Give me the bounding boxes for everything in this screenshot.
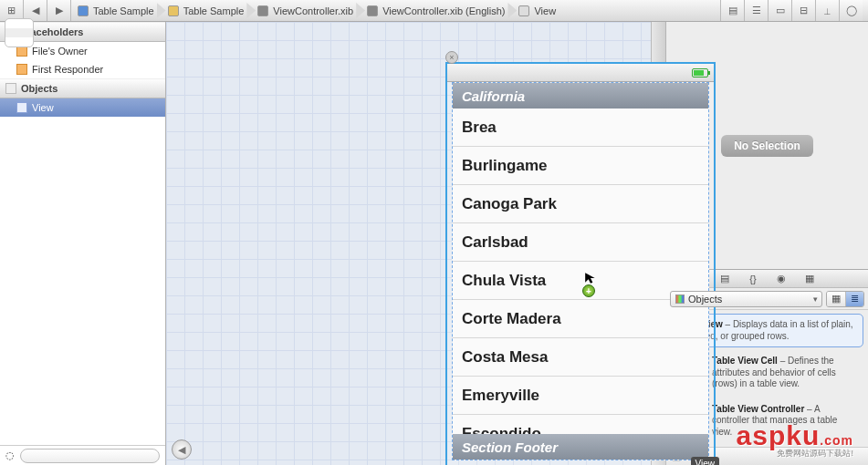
objects-header[interactable]: Objects	[0, 78, 165, 98]
view-icon	[16, 102, 27, 113]
breadcrumb-item[interactable]: View	[512, 0, 563, 21]
library-scope-combo[interactable]: Objects	[670, 291, 822, 307]
breadcrumb-item[interactable]: Table Sample	[162, 0, 252, 21]
view-icon	[518, 5, 530, 17]
battery-icon	[692, 68, 708, 78]
breadcrumb-item[interactable]: Table Sample	[71, 0, 162, 21]
library-item-text: Table View Controller – A controller tha…	[712, 404, 858, 439]
table-cell[interactable]: Costa Mesa	[453, 338, 708, 377]
table-cell[interactable]: Canoga Park	[453, 185, 708, 223]
forward-button[interactable]: ▶	[47, 0, 71, 21]
xib-icon	[366, 5, 379, 17]
palette-icon	[675, 294, 685, 304]
code-snippet-library-tab[interactable]: {}	[739, 270, 767, 287]
table-cell[interactable]: Carlsbad	[453, 223, 708, 262]
connections-inspector-tab[interactable]: ◯	[839, 0, 863, 21]
table-cell[interactable]: Emeryville	[453, 377, 708, 415]
outline-item-label: First Responder	[32, 64, 103, 75]
section-header: California	[453, 83, 708, 108]
outline-item[interactable]: View	[0, 98, 165, 117]
object-library-tab[interactable]: ◉	[768, 270, 795, 287]
ib-canvas[interactable]: ◀ × California BreaBurlingameCanoga Park…	[166, 22, 665, 465]
proj-icon	[77, 5, 89, 17]
breadcrumb-label: Table Sample	[93, 5, 154, 16]
media-library-tab[interactable]: ▦	[796, 270, 823, 287]
section-footer: Section Footer	[453, 434, 708, 460]
selection-label: View	[691, 457, 720, 465]
no-selection-badge: No Selection	[721, 135, 813, 157]
placeholder-icon	[16, 64, 27, 75]
outline-item-label: File's Owner	[32, 46, 88, 57]
outline-item-label: View	[32, 102, 54, 113]
filter-icon: ◌	[5, 450, 15, 461]
table-cell[interactable]: Escondido	[453, 415, 708, 434]
quick-help-tab[interactable]: ☰	[744, 0, 768, 21]
root-view-selection[interactable]: × California BreaBurlingameCanoga ParkCa…	[445, 62, 716, 465]
file-inspector-tab[interactable]: ▤	[720, 0, 744, 21]
table-view[interactable]: California BreaBurlingameCanoga ParkCarl…	[452, 82, 709, 460]
outline-item[interactable]: First Responder	[0, 60, 165, 78]
table-cell[interactable]: Brea	[453, 108, 708, 147]
inspector-tab-bar: ▤ ☰ ▭ ⊟ ⟂ ◯	[720, 0, 868, 21]
breadcrumb-item[interactable]: ViewController.xib (English)	[361, 0, 512, 21]
close-scene-button[interactable]: ×	[445, 51, 458, 64]
grid-mode-button[interactable]: ▦	[827, 292, 845, 306]
insert-indicator-icon: +	[582, 284, 595, 297]
canvas-collapse-button[interactable]: ◀	[172, 439, 192, 460]
breadcrumb-label: View	[534, 5, 556, 16]
list-mode-button[interactable]: ≣	[845, 292, 863, 306]
library-scope-label: Objects	[688, 294, 722, 305]
breadcrumb-item[interactable]: ViewController.xib	[251, 0, 361, 21]
jump-bar: ⊞ ◀ ▶ Table SampleTable SampleViewContro…	[0, 0, 868, 22]
breadcrumb-label: Table Sample	[183, 5, 245, 16]
identity-inspector-tab[interactable]: ▭	[768, 0, 791, 21]
folder-icon	[167, 5, 180, 17]
simulated-status-bar	[447, 64, 714, 82]
xib-icon	[256, 5, 269, 17]
library-item-text: Table View Cell – Defines the attributes…	[712, 356, 858, 390]
mouse-cursor-icon	[584, 272, 597, 284]
library-view-mode[interactable]: ▦ ≣	[826, 291, 864, 307]
attributes-inspector-tab[interactable]: ⊟	[791, 0, 815, 21]
breadcrumb-label: ViewController.xib (English)	[382, 5, 505, 16]
library-item-icon	[5, 18, 34, 47]
size-inspector-tab[interactable]: ⟂	[815, 0, 839, 21]
document-outline: Placeholders File's OwnerFirst Responder…	[0, 22, 166, 465]
cube-icon	[5, 83, 16, 94]
breadcrumb-label: ViewController.xib	[273, 5, 353, 16]
outline-footer: ◌	[0, 445, 165, 465]
outline-filter-field[interactable]	[20, 449, 160, 463]
table-cell[interactable]: Burlingame	[453, 147, 708, 185]
objects-title: Objects	[21, 83, 58, 94]
